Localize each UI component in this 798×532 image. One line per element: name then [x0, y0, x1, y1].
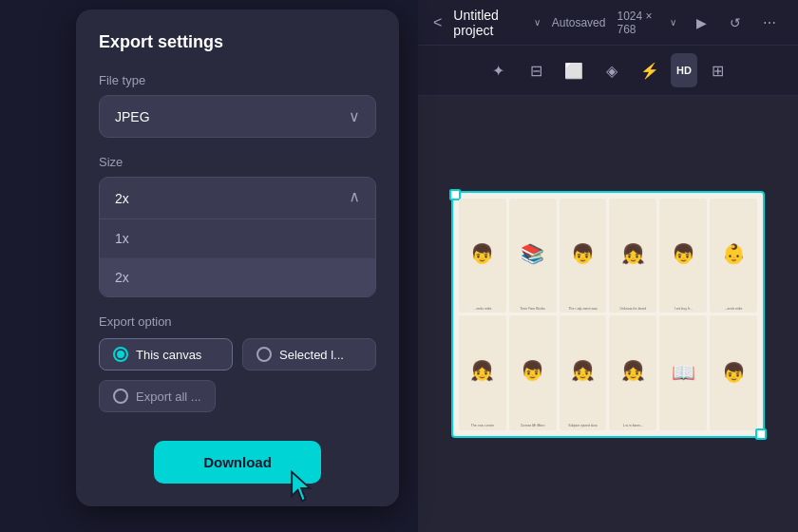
card-3: 👦 The r-alp-ment was	[560, 199, 607, 314]
radio-export-all[interactable]: Export all ...	[99, 380, 216, 412]
size-current-value: 2x	[115, 191, 129, 206]
card-12: 👦	[710, 315, 757, 430]
card-figure-1: 👦	[461, 200, 504, 307]
card-figure-2: 📚	[511, 200, 555, 307]
card-label-6: ...ands mike	[725, 307, 743, 311]
card-figure-11: 📖	[661, 317, 705, 428]
cursor-icon	[285, 470, 319, 504]
toolbar: ✦ ⊟ ⬜ ◈ ⚡ HD ⊞	[418, 46, 798, 96]
card-2: 📚 Teen Fam Books	[509, 199, 557, 314]
rotate-button[interactable]: ↺	[722, 10, 749, 36]
file-type-select[interactable]: JPEG ∨	[99, 95, 376, 138]
top-bar-actions: ▶ ↺ ⋯	[688, 10, 783, 36]
size-section: Size 2x ∨ 1x 2x	[99, 155, 376, 297]
project-chevron-icon: ∨	[534, 17, 541, 28]
card-5: 👦 I cnt buy fr...	[659, 199, 707, 314]
size-dropdown[interactable]: 2x ∨ 1x 2x	[99, 177, 376, 297]
export-option-section: Export option This canvas Selected l... …	[99, 314, 376, 412]
card-6: 👶 ...ands mike	[710, 199, 757, 314]
export-option-label: Export option	[99, 314, 376, 329]
card-1: 👦 ...ends mike	[459, 199, 506, 314]
autosaved-status: Autosaved	[552, 16, 606, 29]
chevron-up-icon: ∨	[349, 189, 360, 207]
card-figure-3: 👦	[561, 200, 605, 307]
card-9: 👧 Subjam njared slow	[560, 315, 607, 430]
file-type-label: File type	[99, 73, 376, 87]
canvas-content: 👦 ...ends mike 📚 Teen Fam Books 👦 The r-…	[451, 191, 765, 438]
canvas-size: 1024 × 768 ∨	[617, 10, 676, 36]
project-name: Untitled project ∨	[453, 8, 540, 38]
size-option-1x[interactable]: 1x	[100, 219, 375, 258]
card-label-3: The r-alp-ment was	[568, 307, 597, 311]
card-7: 👧 The one-r-enter	[459, 315, 506, 430]
radio-selected[interactable]: Selected l...	[242, 338, 376, 370]
size-header[interactable]: 2x ∨	[100, 178, 375, 219]
more-button[interactable]: ⋯	[756, 10, 783, 36]
radio-circle-export-all	[113, 389, 128, 404]
chevron-down-icon: ∨	[349, 107, 360, 125]
card-figure-8: 👦	[511, 317, 555, 424]
card-label-9: Subjam njared slow	[568, 424, 598, 428]
play-button[interactable]: ▶	[688, 10, 714, 36]
card-label-2: Teen Fam Books	[521, 307, 545, 311]
radio-this-canvas[interactable]: This canvas	[99, 338, 233, 370]
grid-tool-button[interactable]: ⊞	[701, 53, 735, 87]
card-4: 👧 Unknow-for-laned	[609, 199, 656, 314]
card-11: 📖	[659, 315, 707, 430]
canvas-area: < Untitled project ∨ Autosaved 1024 × 76…	[418, 0, 798, 532]
radio-selected-label: Selected l...	[279, 348, 344, 362]
radio-circle-this-canvas	[113, 347, 128, 362]
radio-circle-selected	[256, 347, 272, 362]
card-figure-10: 👧	[611, 317, 655, 424]
magic-tool-button[interactable]: ✦	[481, 53, 515, 87]
card-label-4: Unknow-for-laned	[620, 307, 647, 311]
panel-title: Export settings	[99, 32, 376, 52]
export-radio-group: This canvas Selected l...	[99, 338, 376, 370]
radio-export-all-label: Export all ...	[136, 390, 201, 404]
card-label-10: L w in liame...	[623, 424, 643, 428]
card-figure-12: 👦	[712, 317, 755, 428]
card-figure-6: 👶	[712, 200, 755, 307]
export-panel: Export settings File type JPEG ∨ Size 2x…	[76, 10, 399, 506]
file-type-value: JPEG	[115, 109, 150, 124]
eraser-tool-button[interactable]: ◈	[595, 53, 629, 87]
card-figure-9: 👧	[561, 317, 605, 424]
svg-marker-0	[292, 472, 310, 502]
card-label-7: The one-r-enter	[471, 424, 494, 428]
copy-tool-button[interactable]: ⊟	[519, 53, 553, 87]
pen-tool-button[interactable]: ⚡	[633, 53, 667, 87]
card-8: 👦 Gomez Mr Mern	[509, 315, 557, 430]
card-figure-7: 👧	[461, 317, 504, 424]
card-figure-4: 👧	[611, 200, 655, 307]
size-label: Size	[99, 155, 376, 169]
size-option-2x[interactable]: 2x	[100, 258, 375, 296]
back-arrow-icon[interactable]: <	[433, 14, 442, 31]
top-bar: < Untitled project ∨ Autosaved 1024 × 76…	[418, 0, 798, 46]
frame-tool-button[interactable]: ⬜	[557, 53, 591, 87]
canvas-main: 👦 ...ends mike 📚 Teen Fam Books 👦 The r-…	[418, 96, 798, 532]
radio-this-canvas-label: This canvas	[136, 348, 201, 362]
download-label: Download	[203, 454, 272, 470]
card-label-1: ...ends mike	[473, 307, 491, 311]
card-figure-5: 👦	[661, 200, 705, 307]
card-label-5: I cnt buy fr...	[674, 307, 693, 311]
card-label-8: Gomez Mr Mern	[521, 424, 544, 428]
card-10: 👧 L w in liame...	[609, 315, 656, 430]
hd-button[interactable]: HD	[671, 53, 697, 87]
size-chevron-icon: ∨	[670, 17, 676, 28]
